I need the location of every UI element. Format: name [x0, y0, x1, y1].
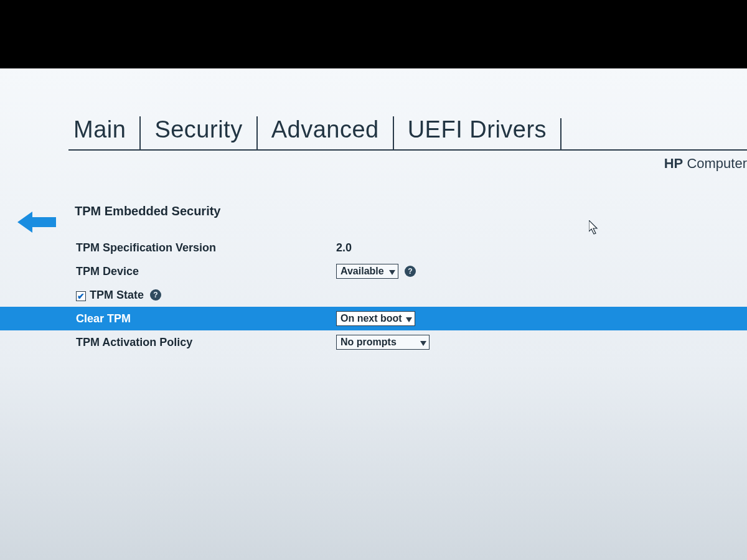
help-icon-tpm-state[interactable]: ?: [150, 289, 161, 301]
content-panel: TPM Embedded Security TPM Specification …: [75, 204, 747, 354]
tab-security[interactable]: Security: [139, 116, 256, 149]
label-tpm-spec-version: TPM Specification Version: [75, 241, 336, 254]
label-clear-tpm: Clear TPM: [75, 312, 336, 325]
dropdown-clear-tpm[interactable]: On next boot: [336, 311, 415, 326]
tab-separator: [560, 118, 561, 149]
row-clear-tpm[interactable]: Clear TPM On next boot: [0, 307, 747, 330]
brand-rest: Computer: [683, 156, 747, 171]
back-button[interactable]: [17, 212, 56, 235]
row-tpm-state: ✔ TPM State ?: [75, 283, 747, 307]
row-tpm-activation-policy: TPM Activation Policy No prompts: [75, 330, 747, 354]
row-tpm-spec-version: TPM Specification Version 2.0: [75, 236, 747, 259]
chevron-down-icon: [420, 337, 426, 348]
dropdown-clear-tpm-value: On next boot: [341, 313, 402, 324]
svg-marker-2: [406, 317, 412, 322]
chevron-down-icon: [406, 314, 412, 325]
checkbox-tpm-state[interactable]: ✔: [76, 291, 86, 301]
dropdown-tpm-device[interactable]: Available: [336, 264, 398, 279]
dropdown-tpm-device-value: Available: [341, 266, 384, 276]
brand-prefix: HP: [664, 156, 684, 171]
tab-uefi-drivers[interactable]: UEFI Drivers: [393, 116, 560, 149]
svg-marker-0: [17, 212, 56, 233]
check-icon: ✔: [77, 292, 85, 301]
tab-advanced[interactable]: Advanced: [256, 116, 393, 149]
label-tpm-state-wrap: ✔ TPM State ?: [75, 289, 336, 302]
row-tpm-device: TPM Device Available ?: [75, 259, 747, 283]
dropdown-tpm-activation-policy[interactable]: No prompts: [336, 335, 430, 350]
brand-label: HP Computer: [664, 156, 747, 172]
chevron-down-icon: [389, 266, 395, 278]
svg-marker-3: [420, 341, 426, 346]
label-tpm-state: TPM State: [90, 289, 144, 302]
page-title: TPM Embedded Security: [75, 204, 747, 218]
top-tabs: Main Security Advanced UEFI Drivers: [68, 107, 747, 151]
bios-screen: Main Security Advanced UEFI Drivers HP C…: [0, 68, 747, 560]
label-tpm-device: TPM Device: [75, 265, 336, 278]
tab-main[interactable]: Main: [68, 116, 139, 149]
svg-marker-1: [389, 270, 395, 275]
value-tpm-spec-version: 2.0: [336, 241, 352, 254]
dropdown-tpm-activation-policy-value: No prompts: [341, 337, 397, 347]
help-icon-tpm-device[interactable]: ?: [405, 266, 416, 277]
label-tpm-activation-policy: TPM Activation Policy: [75, 336, 336, 349]
arrow-left-icon: [17, 212, 56, 233]
